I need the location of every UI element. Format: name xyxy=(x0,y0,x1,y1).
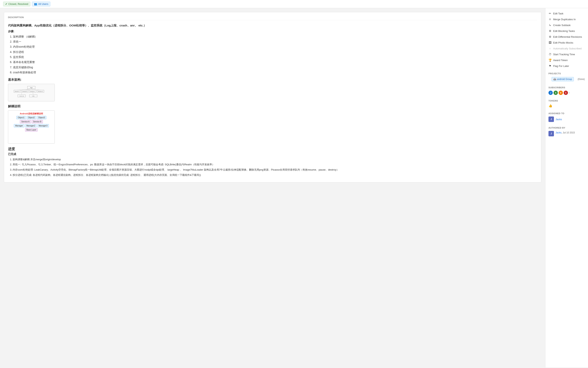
merge-duplicates-label: Merge Duplicates In xyxy=(553,18,576,21)
decode-section-title: 解耦说明 xyxy=(8,104,537,109)
list-item: 2. 库统一 xyxy=(10,39,537,44)
progress-title: 进度 xyxy=(8,147,537,151)
android-icon: 🤖 xyxy=(553,78,556,81)
steps-label: 步骤: xyxy=(8,30,537,33)
progress-section: 进度 已完成 1. 架构调整&解耦 并且merge回origin/develop… xyxy=(8,147,537,177)
list-item: 4. 拆分进程 xyxy=(10,50,537,54)
start-tracking-action[interactable]: ⏱ Start Tracking Time xyxy=(545,51,588,57)
subscribers-row: J A B C + xyxy=(545,90,588,96)
create-subtask-action[interactable]: ↳ Create Subtask xyxy=(545,22,588,28)
auto-subscribed-label: Automatically Subscribed xyxy=(553,47,582,50)
svg-line-17 xyxy=(31,89,40,90)
auto-subscribed-action: ○ Automatically Subscribed xyxy=(545,46,588,51)
authored-row: J Jacks, Jul 10 2015 xyxy=(545,130,588,138)
list-item: 2. 库统一: 引入Picasso、引入Timber、统一EngzoShared… xyxy=(10,163,537,167)
more-subscribers: + xyxy=(569,92,570,94)
description-card: DESCRIPTION 代码架构重构解耦、App性能优化（进程拆分、OOM杜绝等… xyxy=(4,12,541,183)
svg-text:Utils: Utils xyxy=(32,95,34,97)
authored-date: Jul 10 2015 xyxy=(563,131,575,134)
pholio-icon: 🖼 xyxy=(549,41,552,44)
arch-diagram: App Module A Module B Module C Module D … xyxy=(8,84,55,101)
content-area: DESCRIPTION 代码架构重构解耦、App性能优化（进程拆分、OOM杜绝等… xyxy=(0,8,545,368)
edit-task-action[interactable]: ✏ Edit Task xyxy=(545,10,588,16)
subtask-icon: ↳ xyxy=(549,24,552,27)
project-status: (Done) xyxy=(578,78,585,81)
projects-row: 🤖 android Group (Done) xyxy=(545,75,588,83)
merge-icon: ⛭ xyxy=(549,18,552,21)
blocking-icon: ⚙ xyxy=(549,29,552,32)
authored-name[interactable]: Jacks xyxy=(556,131,561,134)
status-label: Closed, Resolved xyxy=(8,2,28,5)
list-item: 3. 内存oom杜绝处理: LeakCanary、Activity空壳化、Bit… xyxy=(10,168,537,172)
svg-text:Module B: Module B xyxy=(22,91,27,92)
decode-diagram: Android进程进解耦说明 Object1 Object2 Object3 S… xyxy=(8,110,55,144)
authored-section-title: Authored By xyxy=(545,125,588,130)
steps-list: 1. 架构调整 （&解耦） 2. 库统一 3. 内存oom杜绝处理 4. 拆分进… xyxy=(8,34,537,75)
projects-section-title: Projects xyxy=(545,70,588,75)
svg-line-14 xyxy=(17,89,31,90)
main-description: 代码架构重构解耦、App性能优化（进程拆分、OOM杜绝等）、监控系统（Log上报… xyxy=(8,23,537,28)
avatar: A xyxy=(554,91,558,95)
list-item: 3. 内存oom杜绝处理 xyxy=(10,45,537,49)
list-item: 1. 架构调整 （&解耦） xyxy=(10,34,537,39)
list-item: 6. 基本命名规范重整 xyxy=(10,60,537,64)
start-tracking-label: Start Tracking Time xyxy=(553,53,575,56)
token-emoji: 👍 xyxy=(549,104,552,107)
arch-section-title: 基本架构: xyxy=(8,78,537,82)
create-subtask-label: Create Subtask xyxy=(553,24,571,27)
project-tag-label: android Group xyxy=(557,78,572,81)
sidebar: ✏ Edit Task ⛭ Merge Duplicates In ↳ Crea… xyxy=(545,8,588,368)
avatar: C xyxy=(564,91,568,95)
differential-icon: ⚙ xyxy=(549,35,552,38)
assigned-section-title: Assigned To xyxy=(545,110,588,115)
merge-duplicates-action[interactable]: ⛭ Merge Duplicates In xyxy=(545,16,588,22)
edit-pholio-label: Edit Pholio Mocks xyxy=(553,41,573,44)
svg-line-19 xyxy=(33,92,33,95)
assigned-name[interactable]: Jacks xyxy=(556,118,562,121)
award-token-label: Award Token xyxy=(553,59,568,62)
status-badge[interactable]: ✔ Closed, Resolved xyxy=(3,1,30,6)
description-section-title: DESCRIPTION xyxy=(8,16,537,20)
completed-list: 1. 架构调整&解耦 并且merge回origin/develop 2. 库统一… xyxy=(8,157,537,177)
list-item: 5. 监控系统 xyxy=(10,55,537,59)
users-icon: 👥 xyxy=(34,2,37,5)
check-icon: ✔ xyxy=(5,2,7,5)
edit-pholio-action[interactable]: 🖼 Edit Pholio Mocks xyxy=(545,40,588,46)
users-badge[interactable]: 👥 All Users xyxy=(32,1,50,6)
users-label: All Users xyxy=(38,2,48,5)
assigned-row: J Jacks xyxy=(545,115,588,123)
list-item: 4. 拆分进程(已完成: 各进程代码架构、各进程通信架构、进程拆分、各进程架构文… xyxy=(10,173,537,177)
edit-task-label: Edit Task xyxy=(553,12,563,15)
assigned-avatar: J xyxy=(549,117,554,122)
project-tag[interactable]: 🤖 android Group xyxy=(552,77,574,81)
authored-avatar: J xyxy=(549,131,554,136)
decode-diagram-title: Android进程进解耦说明 xyxy=(20,112,43,115)
edit-blocking-action[interactable]: ⚙ Edit Blocking Tasks xyxy=(545,28,588,34)
svg-text:Module D: Module D xyxy=(38,91,43,92)
award-token-action[interactable]: 🏆 Award Token xyxy=(545,57,588,63)
completed-label: 已完成 xyxy=(8,153,537,156)
trophy-icon: 🏆 xyxy=(549,59,552,62)
subscribers-section-title: Subscribers xyxy=(545,84,588,90)
flag-later-label: Flag For Later xyxy=(553,64,569,67)
svg-text:Core Lib: Core Lib xyxy=(19,95,24,97)
svg-text:App: App xyxy=(30,87,33,89)
edit-icon: ✏ xyxy=(549,12,552,15)
edit-blocking-label: Edit Blocking Tasks xyxy=(553,29,575,32)
svg-text:Module C: Module C xyxy=(30,91,35,92)
edit-differential-action[interactable]: ⚙ Edit Differential Revisions xyxy=(545,34,588,40)
top-bar: ✔ Closed, Resolved 👥 All Users xyxy=(0,0,588,8)
clock-icon: ⏱ xyxy=(549,53,552,56)
tokens-row: 👍 xyxy=(545,103,588,109)
list-item: 8. crash有损体验处理 xyxy=(10,70,537,74)
svg-line-15 xyxy=(25,89,31,90)
list-item: 7. 底层关键路径log xyxy=(10,65,537,69)
main-layout: DESCRIPTION 代码架构重构解耦、App性能优化（进程拆分、OOM杜绝等… xyxy=(0,8,588,368)
flag-later-action[interactable]: ⚑ Flag For Later xyxy=(545,63,588,69)
edit-differential-label: Edit Differential Revisions xyxy=(553,35,582,38)
list-item: 1. 架构调整&解耦 并且merge回origin/develop xyxy=(10,157,537,162)
avatar: B xyxy=(559,91,563,95)
tokens-section-title: Tokens xyxy=(545,98,588,103)
avatar: J xyxy=(549,91,553,95)
svg-text:Module A: Module A xyxy=(15,91,19,92)
